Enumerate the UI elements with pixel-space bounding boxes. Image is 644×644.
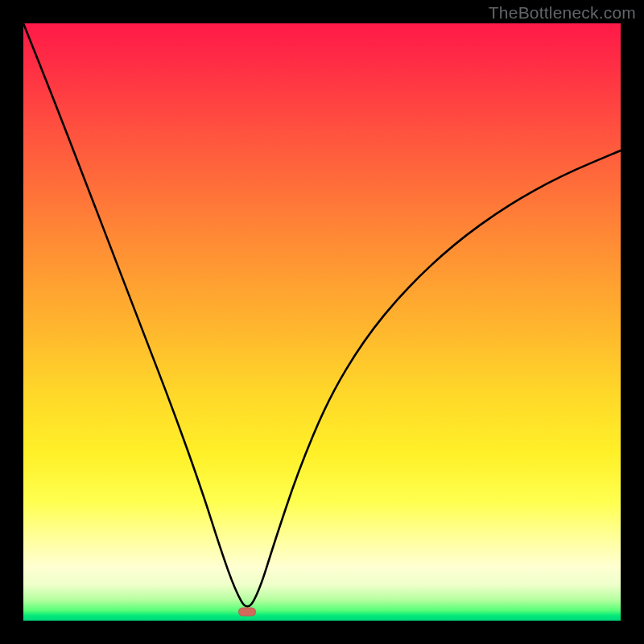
bottleneck-curve-path: [23, 23, 621, 606]
chart-frame: TheBottleneck.com: [0, 0, 644, 644]
plot-area: [23, 23, 621, 621]
minimum-marker: [238, 607, 256, 616]
curve-svg: [23, 23, 621, 621]
watermark-text: TheBottleneck.com: [489, 3, 636, 23]
